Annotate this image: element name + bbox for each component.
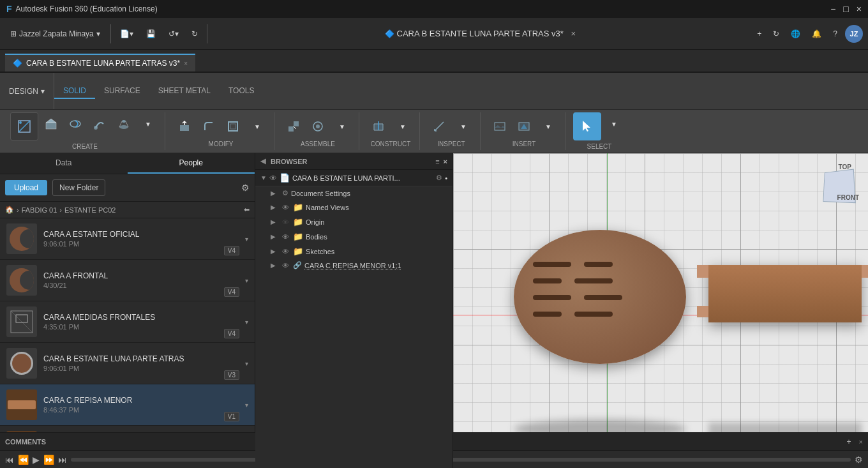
design-dropdown-icon: ▾ — [41, 87, 45, 96]
design-mode-button[interactable]: DESIGN ▾ — [0, 73, 54, 109]
modify-press-pull[interactable] — [173, 115, 196, 138]
titlebar-controls[interactable]: − □ × — [830, 4, 862, 14]
create-loft-button[interactable] — [112, 112, 135, 135]
tab-data[interactable]: Data — [0, 153, 128, 174]
titlebar: F Autodesk Fusion 360 (Education License… — [0, 0, 868, 18]
add-comment-button[interactable]: + — [844, 436, 854, 448]
help-button[interactable]: ? — [829, 27, 841, 41]
insert-image[interactable] — [488, 115, 511, 138]
viewcube-front-label[interactable]: FRONT — [837, 194, 859, 201]
eye-icon[interactable]: 👁 — [282, 218, 289, 226]
close-button[interactable]: × — [857, 4, 862, 14]
bell-button[interactable]: 🔔 — [808, 27, 825, 41]
browser-item-doc-settings[interactable]: ▶ ⚙ Document Settings — [255, 186, 453, 200]
create-extrude-button[interactable] — [40, 112, 63, 135]
item-gear-icon[interactable]: ⚙ — [436, 174, 442, 182]
create-more-button[interactable]: ▼ — [137, 112, 160, 135]
settings-button[interactable]: ⚙ — [241, 183, 250, 193]
rewind-button[interactable]: ⏮ — [5, 455, 14, 465]
timeline-track[interactable] — [71, 458, 851, 462]
minimize-button[interactable]: − — [830, 4, 835, 14]
modify-shell[interactable] — [221, 115, 244, 138]
viewcube[interactable]: TOP FRONT — [809, 161, 860, 212]
browser-root-item[interactable]: ▼ 👁 📄 CARA B ESTANTE LUNA PARTI... ⚙ • — [255, 170, 453, 186]
select-more[interactable]: ▼ — [602, 112, 625, 135]
browser-item-named-views[interactable]: ▶ 👁 📁 Named Views — [255, 200, 453, 215]
tree-expand-icon[interactable]: ▶ — [271, 233, 280, 240]
play-button[interactable]: ▶ — [33, 455, 40, 465]
browser-options-icon[interactable]: ≡ — [435, 158, 439, 165]
file-item[interactable]: CARA A FRONTAL 4/30/21 V4 ▾ — [0, 260, 255, 301]
assemble-new-comp[interactable] — [282, 115, 305, 138]
add-doc-button[interactable]: + — [753, 27, 765, 41]
assemble-more[interactable]: ▼ — [331, 115, 354, 138]
refresh-button[interactable]: ↻ — [769, 27, 783, 41]
end-button[interactable]: ⏭ — [58, 455, 67, 465]
animation-settings-button[interactable]: ⚙ — [855, 455, 863, 465]
file-item[interactable]: CARA A ESTANTE OFICIAL 9:06:01 PM V4 ▾ — [0, 218, 255, 260]
assemble-joint[interactable] — [306, 115, 329, 138]
eye-icon[interactable]: 👁 — [282, 204, 289, 211]
construct-more[interactable]: ▼ — [391, 115, 414, 138]
modify-fillet[interactable] — [197, 115, 220, 138]
tree-expand-icon[interactable]: ▶ — [271, 218, 280, 225]
select-button[interactable] — [573, 112, 601, 140]
tree-expand-icon[interactable]: ▶ — [271, 262, 280, 269]
tab-surface[interactable]: SURFACE — [95, 84, 149, 99]
tab-people[interactable]: People — [128, 153, 255, 174]
tab-tools[interactable]: TOOLS — [220, 84, 263, 99]
panel-collapse-icon[interactable]: ⬅ — [244, 206, 250, 214]
avatar-button[interactable]: JZ — [845, 25, 863, 43]
undo-button[interactable]: ↺▾ — [165, 27, 183, 41]
comments-options-icon[interactable]: × — [859, 438, 863, 446]
insert-decal[interactable] — [513, 115, 535, 138]
tab-close-button[interactable]: × — [184, 60, 188, 67]
tree-expand-icon[interactable]: ▼ — [260, 174, 269, 181]
3d-viewport[interactable]: TOP FRONT — [453, 153, 868, 464]
eye-icon[interactable]: 👁 — [282, 262, 289, 269]
create-sketch-button[interactable] — [10, 112, 38, 140]
file-date: 9:06:01 PM — [43, 365, 245, 372]
modify-more[interactable]: ▼ — [246, 115, 269, 138]
tree-expand-icon[interactable]: ▶ — [271, 190, 280, 197]
tab-solid[interactable]: SOLID — [54, 84, 95, 99]
browser-collapse-button[interactable]: ◀ — [260, 157, 266, 165]
breadcrumb-estante[interactable]: ESTANTE PC02 — [64, 206, 116, 214]
file-item[interactable]: CARA A MEDIDAS FRONTALES 4:35:01 PM V4 ▾ — [0, 301, 255, 343]
eye-icon[interactable]: 👁 — [282, 233, 289, 241]
step-fwd-button[interactable]: ⏩ — [43, 455, 54, 465]
file-item-active[interactable]: CARA C REPISA MENOR 8:46:37 PM V1 ▾ — [0, 384, 255, 426]
eye-icon[interactable]: 👁 — [282, 248, 289, 255]
breadcrumb-fabdig[interactable]: FABDIG 01 — [22, 206, 57, 214]
user-menu[interactable]: ⊞ Jazzel Zapata Minaya ▾ — [5, 27, 105, 41]
item-dot-icon[interactable]: • — [445, 174, 447, 182]
active-document-tab[interactable]: 🔷 CARA B ESTANTE LUNA PARTE ATRAS v3* × — [5, 54, 195, 72]
file-item[interactable]: CARA B ESTANTE LUNA PARTE ATRAS 9:06:01 … — [0, 343, 255, 384]
browser-item-bodies[interactable]: ▶ 👁 📁 Bodies — [255, 229, 453, 244]
select-label: SELECT — [587, 143, 612, 150]
tab-sheet-metal[interactable]: SHEET METAL — [149, 84, 220, 99]
new-file-button[interactable]: 📄▾ — [116, 27, 137, 41]
browser-item-sketches[interactable]: ▶ 👁 📁 Sketches — [255, 244, 453, 259]
redo-button[interactable]: ↻ — [188, 27, 202, 41]
browser-close-icon[interactable]: × — [444, 158, 447, 165]
browser-item-origin[interactable]: ▶ 👁 📁 Origin — [255, 215, 453, 229]
tree-expand-icon[interactable]: ▶ — [271, 204, 280, 211]
upload-button[interactable]: Upload — [5, 180, 47, 195]
tree-expand-icon[interactable]: ▶ — [271, 248, 280, 255]
inspect-more[interactable]: ▼ — [452, 115, 475, 138]
eye-icon[interactable]: 👁 — [269, 174, 277, 183]
globe-button[interactable]: 🌐 — [787, 27, 804, 41]
maximize-button[interactable]: □ — [843, 4, 848, 14]
step-back-button[interactable]: ⏪ — [18, 455, 29, 465]
new-folder-button[interactable]: New Folder — [52, 179, 105, 196]
create-sweep-button[interactable] — [88, 112, 111, 135]
breadcrumb-home[interactable]: 🏠 — [5, 206, 14, 214]
doc-close-icon[interactable]: × — [571, 29, 576, 38]
save-button[interactable]: 💾 — [142, 27, 160, 41]
create-revolve-button[interactable] — [64, 112, 87, 135]
construct-plane[interactable] — [367, 115, 390, 138]
browser-item-cara-c[interactable]: ▶ 👁 🔗 CARA C REPISA MENOR v1;1 — [255, 259, 453, 272]
inspect-measure[interactable] — [428, 115, 451, 138]
insert-more[interactable]: ▼ — [537, 115, 560, 138]
